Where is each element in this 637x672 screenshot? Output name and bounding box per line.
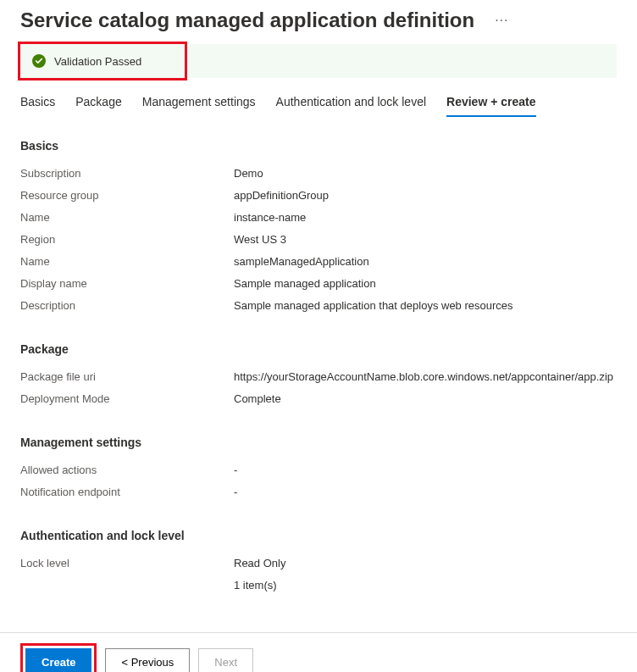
row-label: Name xyxy=(20,253,234,270)
section-title-management: Management settings xyxy=(20,436,617,449)
row-label: Package file uri xyxy=(20,369,234,386)
summary-row: SubscriptionDemo xyxy=(20,163,617,185)
row-label: Lock level xyxy=(20,555,234,572)
row-label: Region xyxy=(20,231,234,248)
section-auth: Authentication and lock level Lock level… xyxy=(20,529,617,597)
row-value: - xyxy=(234,484,237,501)
row-value: https://yourStorageAccountName.blob.core… xyxy=(234,369,613,386)
section-basics: Basics SubscriptionDemo Resource groupap… xyxy=(20,139,617,317)
wizard-footer: Create < Previous Next xyxy=(0,632,637,672)
validation-message: Validation Passed xyxy=(54,55,141,68)
row-label: Resource group xyxy=(20,187,234,204)
section-title-basics: Basics xyxy=(20,139,617,153)
row-value: sampleManagedApplication xyxy=(234,253,369,270)
create-button[interactable]: Create xyxy=(25,648,91,672)
tab-review-create[interactable]: Review + create xyxy=(446,90,535,117)
row-label: Display name xyxy=(20,275,234,292)
row-value: Sample managed application that deploys … xyxy=(234,297,513,314)
wizard-tabs: Basics Package Management settings Authe… xyxy=(0,90,637,117)
row-value: 1 item(s) xyxy=(234,577,277,594)
tab-basics[interactable]: Basics xyxy=(20,90,55,117)
summary-row: 1 item(s) xyxy=(20,575,617,597)
section-title-package: Package xyxy=(20,342,617,356)
row-label: Notification endpoint xyxy=(20,484,234,501)
highlight-annotation: Create xyxy=(20,643,97,672)
row-label: Subscription xyxy=(20,165,234,182)
summary-row: Package file urihttps://yourStorageAccou… xyxy=(20,366,617,388)
row-label: Name xyxy=(20,209,234,226)
row-value: appDefinitionGroup xyxy=(234,187,329,204)
row-value: West US 3 xyxy=(234,231,286,248)
summary-row: Deployment ModeComplete xyxy=(20,388,617,410)
page-title: Service catalog managed application defi… xyxy=(20,8,474,32)
tab-management-settings[interactable]: Management settings xyxy=(142,90,256,117)
row-label xyxy=(20,577,234,594)
summary-row: Allowed actions- xyxy=(20,459,617,481)
row-value: Sample managed application xyxy=(234,275,376,292)
validation-banner: Validation Passed xyxy=(20,44,617,78)
previous-button[interactable]: < Previous xyxy=(105,648,190,672)
section-package: Package Package file urihttps://yourStor… xyxy=(20,342,617,410)
section-management: Management settings Allowed actions- Not… xyxy=(20,436,617,503)
row-label: Deployment Mode xyxy=(20,391,234,408)
summary-row: Notification endpoint- xyxy=(20,481,617,503)
summary-row: Nameinstance-name xyxy=(20,207,617,229)
summary-row: Resource groupappDefinitionGroup xyxy=(20,185,617,207)
next-button: Next xyxy=(198,648,253,672)
summary-row: Display nameSample managed application xyxy=(20,273,617,295)
row-value: Demo xyxy=(234,165,263,182)
summary-row: NamesampleManagedApplication xyxy=(20,251,617,273)
check-circle-icon xyxy=(32,54,46,68)
summary-row: DescriptionSample managed application th… xyxy=(20,295,617,317)
summary-row: RegionWest US 3 xyxy=(20,229,617,251)
row-value: Read Only xyxy=(234,555,285,572)
more-button[interactable]: ··· xyxy=(495,13,508,28)
review-content: Basics SubscriptionDemo Resource groupap… xyxy=(0,139,637,632)
row-value: instance-name xyxy=(234,209,306,226)
row-label: Allowed actions xyxy=(20,462,234,479)
summary-row: Lock levelRead Only xyxy=(20,553,617,575)
page-header: Service catalog managed application defi… xyxy=(0,0,637,36)
section-title-auth: Authentication and lock level xyxy=(20,529,617,542)
tab-authentication[interactable]: Authentication and lock level xyxy=(276,90,426,117)
row-label: Description xyxy=(20,297,234,314)
row-value: - xyxy=(234,462,237,479)
row-value: Complete xyxy=(234,391,281,408)
tab-package[interactable]: Package xyxy=(75,90,121,117)
